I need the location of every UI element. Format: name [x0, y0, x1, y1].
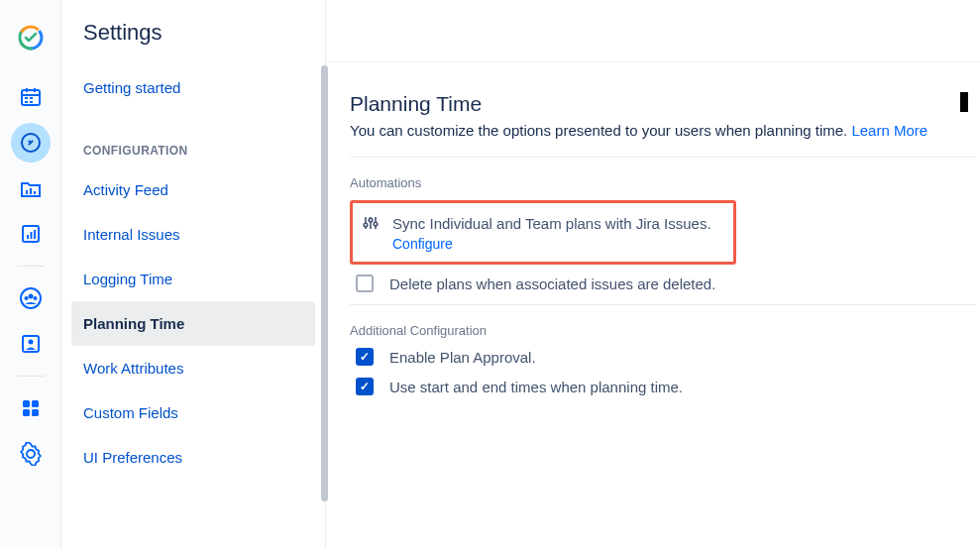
text-cursor-artifact: [960, 92, 968, 112]
svg-rect-26: [32, 400, 39, 407]
svg-rect-8: [30, 97, 33, 99]
enable-approval-checkbox[interactable]: [356, 348, 374, 366]
user-icon[interactable]: [11, 324, 51, 364]
rail-divider: [17, 266, 45, 267]
panel-subtitle-text: You can customize the options presented …: [350, 122, 851, 139]
settings-gear-icon[interactable]: [11, 434, 51, 474]
sidebar-item-activity-feed[interactable]: Activity Feed: [71, 167, 315, 212]
content-panel: Planning Time You can customize the opti…: [326, 61, 980, 548]
enable-approval-row[interactable]: Enable Plan Approval.: [350, 348, 980, 366]
planning-icon[interactable]: [11, 123, 51, 163]
svg-rect-9: [25, 101, 28, 103]
sidebar-item-ui-preferences[interactable]: UI Preferences: [71, 435, 315, 480]
svg-rect-12: [26, 190, 28, 194]
panel-subtitle: You can customize the options presented …: [350, 122, 980, 139]
delete-plans-row[interactable]: Delete plans when associated issues are …: [350, 274, 980, 292]
svg-point-20: [28, 294, 33, 299]
svg-rect-25: [23, 400, 30, 407]
sidebar-item-logging-time[interactable]: Logging Time: [71, 257, 315, 301]
reports-icon[interactable]: [11, 214, 51, 254]
app-rail: [0, 0, 61, 548]
svg-point-22: [33, 296, 37, 300]
enable-approval-label: Enable Plan Approval.: [389, 349, 536, 366]
folder-chart-icon[interactable]: [11, 168, 51, 208]
svg-rect-13: [30, 188, 32, 194]
svg-point-34: [374, 222, 378, 226]
sidebar-item-work-attributes[interactable]: Work Attributes: [71, 346, 315, 390]
svg-point-24: [28, 340, 33, 345]
page-title: Settings: [83, 20, 301, 46]
delete-plans-label: Delete plans when associated issues are …: [389, 275, 715, 292]
sync-highlight: Sync Individual and Team plans with Jira…: [350, 200, 736, 265]
svg-point-30: [364, 223, 368, 227]
rail-logo[interactable]: [11, 18, 51, 57]
sidebar-item-internal-issues[interactable]: Internal Issues: [71, 212, 315, 257]
additional-config-label: Additional Configuration: [350, 323, 980, 338]
automations-label: Automations: [350, 175, 980, 190]
settings-sidebar: Settings Getting started CONFIGURATION A…: [61, 0, 325, 548]
svg-point-32: [369, 218, 373, 222]
sliders-icon: [363, 215, 379, 234]
svg-rect-17: [30, 232, 32, 239]
sidebar-group-configuration: CONFIGURATION: [71, 110, 315, 167]
use-times-checkbox[interactable]: [356, 378, 374, 395]
sidebar-item-getting-started[interactable]: Getting started: [71, 65, 315, 110]
sidebar-item-planning-time[interactable]: Planning Time: [71, 301, 315, 346]
svg-rect-16: [27, 235, 29, 239]
configure-link[interactable]: Configure: [392, 236, 711, 252]
team-icon[interactable]: [11, 278, 51, 318]
svg-point-21: [24, 296, 28, 300]
svg-rect-27: [23, 409, 30, 416]
learn-more-link[interactable]: Learn More: [851, 122, 927, 139]
svg-rect-7: [25, 97, 28, 99]
apps-icon[interactable]: [11, 388, 51, 428]
svg-rect-10: [30, 101, 33, 103]
svg-rect-28: [32, 409, 39, 416]
use-times-row[interactable]: Use start and end times when planning ti…: [350, 378, 980, 395]
use-times-label: Use start and end times when planning ti…: [389, 379, 683, 395]
panel-title: Planning Time: [350, 92, 980, 116]
svg-rect-18: [34, 230, 36, 239]
calendar-icon[interactable]: [11, 77, 51, 117]
sidebar-item-custom-fields[interactable]: Custom Fields: [71, 390, 315, 435]
rail-divider: [17, 376, 45, 377]
delete-plans-checkbox[interactable]: [356, 274, 374, 292]
sync-label: Sync Individual and Team plans with Jira…: [392, 215, 711, 232]
svg-rect-14: [34, 191, 36, 194]
